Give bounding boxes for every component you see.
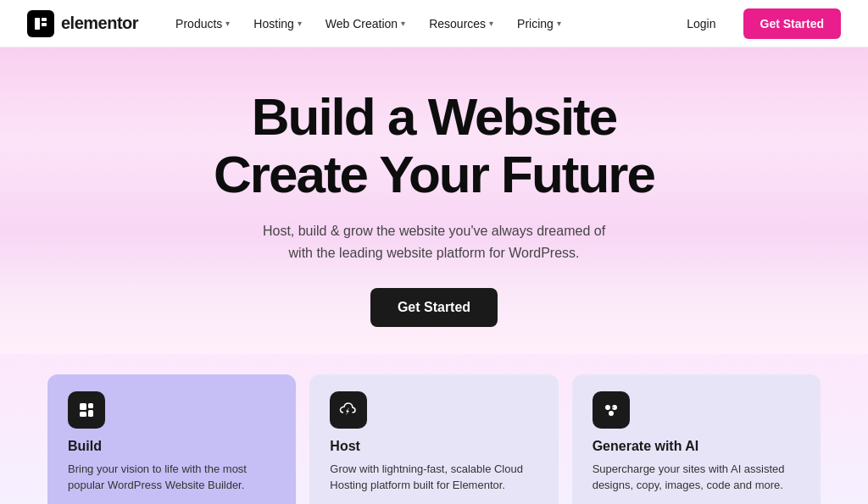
nav-item-resources[interactable]: Resources ▾ bbox=[419, 10, 504, 37]
svg-rect-2 bbox=[42, 23, 47, 26]
svg-point-7 bbox=[605, 405, 610, 410]
feature-title-host: Host bbox=[330, 439, 537, 454]
feature-card-build: Build Bring your vision to life with the… bbox=[47, 374, 296, 504]
hero-section: Build a Website Create Your Future Host,… bbox=[0, 47, 868, 354]
features-section: Build Bring your vision to life with the… bbox=[0, 354, 868, 504]
feature-title-ai: Generate with AI bbox=[593, 439, 800, 454]
svg-rect-0 bbox=[35, 18, 40, 30]
chevron-down-icon: ▾ bbox=[557, 19, 561, 28]
hero-subtitle: Host, build & grow the website you've al… bbox=[27, 220, 841, 263]
get-started-nav-button[interactable]: Get Started bbox=[743, 8, 841, 39]
svg-rect-1 bbox=[42, 18, 47, 21]
nav-item-hosting[interactable]: Hosting ▾ bbox=[243, 10, 311, 37]
logo-icon bbox=[27, 10, 54, 37]
nav-item-web-creation[interactable]: Web Creation ▾ bbox=[315, 10, 415, 37]
svg-rect-6 bbox=[88, 410, 93, 417]
hero-cta-button[interactable]: Get Started bbox=[370, 288, 498, 327]
svg-rect-4 bbox=[80, 412, 86, 417]
build-icon bbox=[68, 391, 105, 429]
feature-title-build: Build bbox=[68, 439, 275, 454]
feature-desc-host: Grow with lightning-fast, scalable Cloud… bbox=[330, 461, 537, 494]
chevron-down-icon: ▾ bbox=[401, 19, 405, 28]
svg-rect-3 bbox=[80, 403, 86, 410]
nav-item-pricing[interactable]: Pricing ▾ bbox=[507, 10, 571, 37]
login-button[interactable]: Login bbox=[673, 10, 729, 37]
host-icon bbox=[330, 391, 367, 429]
brand-logo[interactable]: elementor bbox=[27, 10, 138, 37]
chevron-down-icon: ▾ bbox=[225, 19, 230, 28]
navbar-actions: Login Get Started bbox=[673, 8, 841, 39]
nav-item-products[interactable]: Products ▾ bbox=[165, 10, 240, 37]
feature-card-ai: Generate with AI Supercharge your sites … bbox=[572, 374, 821, 504]
feature-card-host: Host Grow with lightning-fast, scalable … bbox=[309, 374, 558, 504]
hero-title: Build a Website Create Your Future bbox=[27, 88, 841, 203]
svg-point-9 bbox=[609, 411, 614, 416]
svg-rect-5 bbox=[88, 403, 93, 408]
feature-desc-ai: Supercharge your sites with AI assisted … bbox=[593, 461, 800, 494]
navbar: elementor Products ▾ Hosting ▾ Web Creat… bbox=[0, 0, 868, 47]
feature-desc-build: Bring your vision to life with the most … bbox=[68, 461, 275, 494]
chevron-down-icon: ▾ bbox=[298, 19, 302, 28]
chevron-down-icon: ▾ bbox=[489, 19, 493, 28]
ai-icon bbox=[593, 391, 630, 429]
logo-text: elementor bbox=[61, 14, 138, 33]
nav-links: Products ▾ Hosting ▾ Web Creation ▾ Reso… bbox=[165, 10, 673, 37]
